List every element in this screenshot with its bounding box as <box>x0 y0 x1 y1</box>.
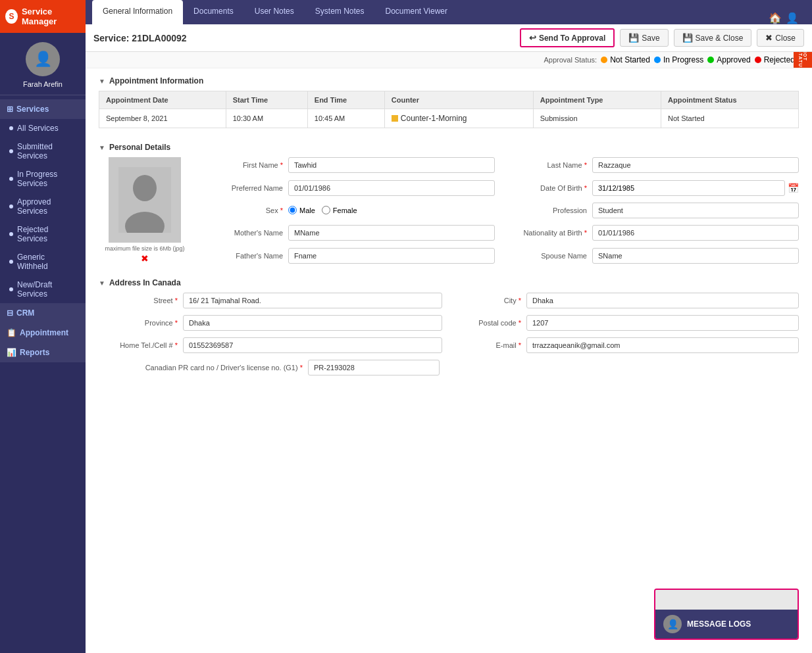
dob-input[interactable] <box>592 180 785 196</box>
content-area: ▼ Appointment Information Appointment Da… <box>86 68 812 653</box>
mothers-name-label: Mother's Name <box>204 229 283 237</box>
cell-appointment-status: Not Started <box>661 109 799 128</box>
status-rejected: Rejected <box>755 55 795 64</box>
personal-details-section-header[interactable]: ▼ Personal Details <box>99 135 799 157</box>
in-progress-dot <box>654 57 661 63</box>
chevron-down-icon: ▼ <box>99 279 105 287</box>
home-icon[interactable]: 🏠 <box>769 12 782 24</box>
tab-document-viewer[interactable]: Document Viewer <box>375 0 459 24</box>
cell-appointment-type: Submission <box>533 109 661 128</box>
sidebar-section-crm[interactable]: ⊟ CRM <box>0 303 86 323</box>
personal-details-title: Personal Details <box>109 143 170 152</box>
tab-bar: General Information Documents User Notes… <box>86 0 812 24</box>
tab-documents[interactable]: Documents <box>183 0 244 24</box>
appointment-section-header[interactable]: ▼ Appointment Information <box>99 68 799 91</box>
calendar-icon[interactable]: 📅 <box>788 183 799 193</box>
dob-label: Date Of Birth <box>508 184 587 192</box>
sidebar-item-rejected-services[interactable]: Rejected Services <box>0 220 86 248</box>
first-name-row: First Name <box>204 157 495 173</box>
sidebar-nav: ⊞ Services All Services Submitted Servic… <box>0 95 86 366</box>
sidebar-section-services[interactable]: ⊞ Services <box>0 99 86 119</box>
sidebar-item-inprogress-services[interactable]: In Progress Services <box>0 165 86 193</box>
sex-radio-group: Male Female <box>288 206 357 214</box>
tab-system-notes[interactable]: System Notes <box>305 0 375 24</box>
col-appointment-status: Appointment Status <box>661 91 799 109</box>
mothers-name-input[interactable] <box>288 225 495 241</box>
sex-row: Sex Male Female <box>204 203 495 218</box>
sidebar-item-label: Rejected Services <box>17 225 76 243</box>
postal-code-input[interactable] <box>526 315 799 331</box>
address-section-header[interactable]: ▼ Address In Canada <box>99 270 799 293</box>
chevron-down-icon: ▼ <box>99 144 105 151</box>
service-title: Service: 21DLA00092 <box>93 33 515 43</box>
col-appointment-date: Appointment Date <box>99 91 226 109</box>
fathers-name-input[interactable] <box>288 248 495 264</box>
province-input[interactable] <box>183 315 442 331</box>
pr-card-input[interactable] <box>308 360 440 375</box>
reports-icon: 📊 <box>7 348 16 357</box>
message-logs-button[interactable]: 👤 MESSAGE LOGS <box>655 610 798 639</box>
sex-female-option[interactable]: Female <box>322 206 357 214</box>
preferred-name-row: Preferred Name <box>204 180 495 195</box>
postal-code-label: Postal code <box>455 319 521 327</box>
photo-section: maximum file size is 6Mb (jpg) ✖ <box>99 157 191 264</box>
photo-placeholder-icon <box>118 167 171 233</box>
spouse-name-input[interactable] <box>592 248 799 264</box>
profession-input[interactable] <box>592 203 799 218</box>
email-input[interactable] <box>526 337 799 353</box>
sex-male-radio[interactable] <box>288 206 297 214</box>
not-started-dot <box>601 57 607 63</box>
cell-counter: Counter-1-Morning <box>384 109 533 128</box>
sidebar-item-label: Submitted Services <box>17 142 76 160</box>
sidebar-item-generic-withheld[interactable]: Generic Withheld <box>0 248 86 276</box>
cell-date: September 8, 2021 <box>99 109 226 128</box>
sidebar-section-appointment[interactable]: 📋 Appointment <box>0 323 86 343</box>
delete-photo-button[interactable]: ✖ <box>141 253 149 264</box>
dot-icon <box>9 232 13 236</box>
home-tel-row: Home Tel./Cell # <box>99 337 442 353</box>
save-button[interactable]: 💾 Save <box>620 29 668 47</box>
profession-row: Profession <box>508 203 799 218</box>
chevron-down-icon: ▼ <box>99 78 105 85</box>
sidebar-section-reports[interactable]: 📊 Reports <box>0 343 86 362</box>
sex-label: Sex <box>204 206 283 214</box>
city-input[interactable] <box>526 293 799 308</box>
sidebar-item-approved-services[interactable]: Approved Services <box>0 193 86 220</box>
cell-start-time: 10:30 AM <box>226 109 307 128</box>
dot-icon <box>9 177 13 181</box>
sidebar-item-submitted-services[interactable]: Submitted Services <box>0 137 86 165</box>
send-approval-button[interactable]: ↩ Send To Approval <box>520 28 615 47</box>
first-name-input[interactable] <box>288 157 495 173</box>
tab-user-notes[interactable]: User Notes <box>244 0 305 24</box>
nationality-row: Nationality at Birth <box>508 225 799 241</box>
col-appointment-type: Appointment Type <box>533 91 661 109</box>
postal-code-row: Postal code <box>455 315 799 331</box>
sidebar-item-label: New/Draft Services <box>17 280 76 299</box>
status-in-progress: In Progress <box>654 55 703 64</box>
home-tel-input[interactable] <box>183 337 442 353</box>
send-icon: ↩ <box>529 33 536 43</box>
spouse-name-row: Spouse Name <box>508 248 799 264</box>
sex-female-radio[interactable] <box>322 206 330 214</box>
street-input[interactable] <box>183 293 442 308</box>
tab-general-information[interactable]: General Information <box>92 0 183 24</box>
pr-card-row: Canadian PR card no / Driver's license n… <box>99 360 799 375</box>
address-section-title: Address In Canada <box>109 278 181 287</box>
toolbar: Service: 21DLA00092 ↩ Send To Approval 💾… <box>86 24 812 52</box>
user-icon[interactable]: 👤 <box>786 12 799 24</box>
nationality-input[interactable] <box>592 225 799 241</box>
save-close-button[interactable]: 💾 Save & Close <box>674 29 752 47</box>
sidebar-item-draft-services[interactable]: New/Draft Services <box>0 276 86 303</box>
province-row: Province <box>99 315 442 331</box>
city-row: City <box>455 293 799 308</box>
sex-male-option[interactable]: Male <box>288 206 315 214</box>
last-name-input[interactable] <box>592 157 799 173</box>
close-button[interactable]: ✖ Close <box>757 29 804 47</box>
dot-icon <box>9 260 13 264</box>
preferred-name-input[interactable] <box>288 180 495 196</box>
approval-status-bar: Approval Status: Not Started In Progress… <box>86 52 812 68</box>
street-row: Street <box>99 293 442 308</box>
sidebar-item-label: All Services <box>17 124 59 133</box>
sidebar-item-all-services[interactable]: All Services <box>0 119 86 137</box>
sidebar-item-label: Generic Withheld <box>17 253 76 271</box>
